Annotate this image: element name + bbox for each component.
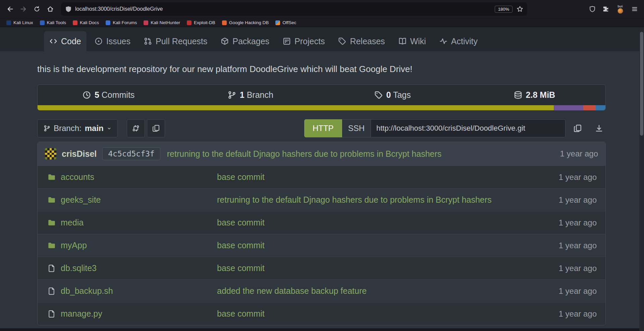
folder-icon: [48, 173, 56, 181]
tab-code[interactable]: Code: [44, 31, 87, 51]
language-segment: [38, 105, 554, 110]
clone-url-input[interactable]: [371, 119, 566, 137]
avatar[interactable]: [45, 148, 56, 159]
extension-shield-icon[interactable]: [588, 5, 596, 13]
file-time: 1 year ago: [559, 286, 597, 296]
menu-hamburger-icon[interactable]: [631, 5, 639, 13]
file-icon: [48, 310, 56, 318]
file-commit-message[interactable]: retruning to the default Djnago hashers …: [217, 195, 559, 205]
download-repo-button[interactable]: [595, 124, 603, 132]
file-row: geeks_site retruning to the default Djna…: [38, 188, 605, 211]
bookmark-kali-forums[interactable]: Kali Forums: [103, 19, 140, 26]
commit-time: 1 year ago: [560, 149, 598, 158]
stat-size[interactable]: 2.8 MiB: [464, 90, 605, 100]
folder-icon: [48, 242, 56, 250]
language-bar[interactable]: [38, 105, 605, 110]
home-button[interactable]: [44, 3, 56, 15]
folder-icon: [48, 219, 56, 227]
url-bar[interactable]: localhost:3000/crisDisel/DoodleGrive 180…: [61, 2, 527, 16]
branch-icon: [228, 91, 236, 99]
scrollbar[interactable]: [639, 27, 644, 331]
file-time: 1 year ago: [559, 195, 597, 205]
file-name[interactable]: media: [61, 218, 84, 227]
stat-commits[interactable]: 5 Commits: [38, 90, 179, 100]
file-commit-message[interactable]: base commit: [217, 263, 559, 273]
copy-pages-icon: [152, 125, 160, 132]
commit-hash[interactable]: 4c5cd5cf3f: [102, 147, 160, 160]
file-row: db.sqlite3 base commit 1 year ago: [38, 257, 605, 279]
commit-message[interactable]: retruning to the default Djnago hashers …: [167, 149, 560, 159]
stat-branches[interactable]: 1 Branch: [179, 90, 321, 100]
language-segment: [596, 105, 605, 110]
google-hacking-db-favicon: [222, 20, 227, 25]
database-icon: [514, 91, 522, 99]
tag-icon: [374, 91, 383, 99]
zoom-indicator[interactable]: 180%: [495, 6, 513, 13]
forward-arrow-icon: [20, 6, 27, 12]
bookmark-google-hacking-db[interactable]: Google Hacking DB: [219, 19, 272, 26]
file-name[interactable]: geeks_site: [61, 195, 101, 205]
bookmark-kali-tools[interactable]: Kali Tools: [37, 19, 69, 26]
chevron-down-icon: [107, 126, 111, 131]
back-button[interactable]: [4, 3, 16, 15]
copy-url-button[interactable]: [574, 124, 582, 132]
branch-selector[interactable]: Branch: main: [37, 119, 118, 137]
file-name[interactable]: db_backup.sh: [61, 286, 113, 296]
kali-linux-favicon: [6, 20, 11, 25]
clone-panel-button[interactable]: [147, 119, 165, 137]
book-icon: [398, 37, 407, 45]
latest-commit-row: crisDisel 4c5cd5cf3f retruning to the de…: [38, 142, 605, 166]
tab-projects[interactable]: Projects: [277, 31, 330, 51]
url-text: localhost:3000/crisDisel/DoodleGrive: [75, 6, 495, 12]
file-name[interactable]: manage.py: [61, 309, 102, 319]
scrollbar-thumb[interactable]: [640, 32, 643, 136]
clone-ssh-button[interactable]: SSH: [342, 119, 371, 137]
file-row: db_backup.sh added the new database back…: [38, 279, 605, 302]
clock-icon: [83, 91, 91, 99]
bookmark-star-icon[interactable]: [517, 6, 523, 12]
file-name[interactable]: myApp: [61, 241, 87, 250]
stat-tags[interactable]: 0 Tags: [322, 90, 464, 100]
file-time: 1 year ago: [559, 241, 597, 250]
pulse-icon: [439, 37, 447, 45]
file-commit-message[interactable]: base commit: [217, 172, 559, 182]
file-icon: [48, 264, 56, 272]
language-segment: [554, 105, 583, 110]
clone-http-button[interactable]: HTTP: [304, 119, 342, 137]
bookmark-kali-linux[interactable]: Kali Linux: [3, 19, 36, 26]
file-name[interactable]: accounts: [61, 172, 94, 182]
bookmarks-bar: Kali Linux Kali Tools Kali Docs Kali For…: [0, 18, 644, 27]
tab-wiki[interactable]: Wiki: [393, 31, 431, 51]
clone-controls: HTTP SSH: [304, 119, 606, 137]
file-commit-message[interactable]: base commit: [217, 309, 559, 319]
tab-releases[interactable]: Releases: [333, 31, 390, 51]
file-time: 1 year ago: [559, 309, 597, 319]
tab-activity[interactable]: Activity: [434, 31, 483, 51]
tab-packages[interactable]: Packages: [215, 31, 275, 51]
tracking-protection-shield-icon[interactable]: [65, 6, 72, 12]
tab-pull-requests[interactable]: Pull Requests: [139, 31, 213, 51]
file-commit-message[interactable]: added the new database backup feature: [217, 286, 559, 296]
file-commit-message[interactable]: base commit: [217, 241, 559, 250]
bookmark-exploit-db[interactable]: Exploit-DB: [184, 19, 218, 26]
tab-issues[interactable]: Issues: [89, 31, 136, 51]
window-bottom-edge: [0, 328, 644, 331]
compare-branches-button[interactable]: [127, 119, 145, 137]
reload-button[interactable]: [31, 3, 43, 15]
commit-author[interactable]: crisDisel: [62, 149, 97, 159]
extensions-puzzle-icon[interactable]: [602, 5, 610, 13]
exploit-db-favicon: [187, 20, 192, 25]
git-compare-icon: [132, 125, 140, 132]
bookmark-kali-docs[interactable]: Kali Docs: [70, 19, 102, 26]
bookmark-offsec[interactable]: OffSec: [272, 19, 299, 26]
file-name[interactable]: db.sqlite3: [61, 263, 97, 273]
firefox-account-button[interactable]: buri: [615, 5, 625, 14]
repo-toolbar: Branch: main HTTP SSH: [37, 119, 606, 137]
back-arrow-icon: [7, 6, 13, 12]
browser-chrome: localhost:3000/crisDisel/DoodleGrive 180…: [0, 0, 644, 27]
copy-icon: [574, 124, 582, 132]
forward-button[interactable]: [17, 3, 30, 15]
tag-icon: [338, 37, 346, 45]
bookmark-kali-nethunter[interactable]: Kali NetHunter: [141, 19, 183, 26]
file-commit-message[interactable]: base commit: [217, 218, 559, 227]
